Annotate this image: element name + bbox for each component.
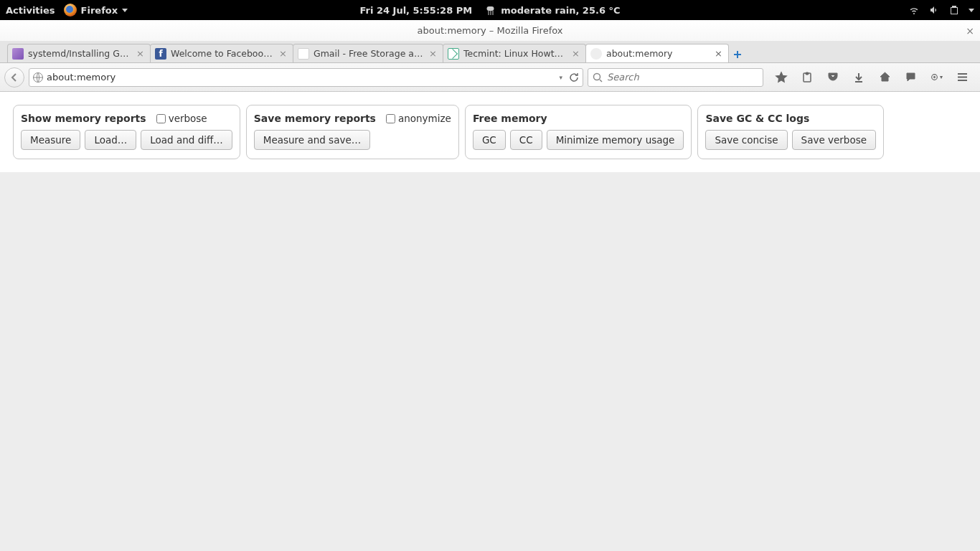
tab-tecmint[interactable]: Tecmint: Linux Howt… × [443,44,586,62]
nav-toolbar: ▾ ▾ [0,63,980,92]
bookmark-star-icon[interactable] [775,71,788,84]
app-menu-button[interactable]: Firefox [64,4,128,17]
svg-rect-3 [806,72,809,75]
new-tab-button[interactable] [728,47,747,62]
window-close-button[interactable]: × [966,25,974,37]
activities-button[interactable]: Activities [6,5,55,16]
save-verbose-button[interactable]: Save verbose [792,130,876,150]
cc-button[interactable]: CC [510,130,542,150]
search-icon [593,72,603,83]
wifi-icon[interactable] [908,4,920,16]
tab-close-button[interactable]: × [715,48,722,59]
svg-point-5 [933,76,935,77]
tab-label: Gmail - Free Storage and… [314,48,425,59]
chat-icon[interactable] [904,71,917,84]
firefox-icon [64,4,77,17]
tecmint-favicon-icon [448,48,459,60]
firefox-window: about:memory – Mozilla Firefox × systemd… [0,20,980,172]
search-bar[interactable] [588,68,763,87]
reload-button[interactable] [568,72,580,83]
window-titlebar: about:memory – Mozilla Firefox × [0,20,980,42]
measure-and-save-button[interactable]: Measure and save… [254,130,370,150]
app-menu-label: Firefox [81,5,118,16]
tab-label: systemd/Installing G… [28,48,132,59]
panel-title: Free memory [473,113,547,124]
checkbox-text: anonymize [398,113,451,124]
tab-facebook[interactable]: Welcome to Faceboo… × [150,44,293,62]
panel-title: Show memory reports [21,113,146,124]
anonymize-checkbox-label[interactable]: anonymize [386,113,451,124]
clipboard-icon[interactable] [801,71,814,84]
menu-icon[interactable] [956,71,969,84]
gmail-favicon-icon [298,48,309,60]
tab-label: Tecmint: Linux Howt… [463,48,567,59]
save-concise-button[interactable]: Save concise [705,130,787,150]
panel-title: Save memory reports [254,113,376,124]
tab-label: about:memory [606,48,710,59]
window-title: about:memory – Mozilla Firefox [418,25,563,36]
system-menu-icon[interactable] [969,9,974,12]
facebook-favicon-icon [155,48,166,60]
load-button[interactable]: Load… [85,130,136,150]
url-input[interactable] [47,72,553,83]
save-gc-cc-logs-panel: Save GC & CC logs Save concise Save verb… [697,105,884,159]
weather-indicator[interactable]: moderate rain, 25.6 °C [485,4,620,16]
addon-icon[interactable]: ▾ [930,71,943,84]
measure-button[interactable]: Measure [21,130,80,150]
verbose-checkbox[interactable] [156,114,166,123]
url-bar[interactable]: ▾ [29,68,583,87]
pocket-icon[interactable] [826,71,839,84]
tab-close-button[interactable]: × [136,48,144,59]
rain-icon [485,4,496,16]
home-icon[interactable] [878,71,891,84]
tab-label: Welcome to Faceboo… [171,48,275,59]
tab-close-button[interactable]: × [429,48,437,59]
gc-button[interactable]: GC [473,130,506,150]
svg-point-1 [594,73,600,80]
tab-close-button[interactable]: × [279,48,287,59]
minimize-memory-button[interactable]: Minimize memory usage [547,130,684,150]
free-memory-panel: Free memory GC CC Minimize memory usage [465,105,692,159]
about-memory-page: Show memory reports verbose Measure Load… [0,92,980,172]
toolbar-icons: ▾ [768,71,976,84]
systemd-favicon-icon [12,48,24,60]
volume-icon[interactable] [928,4,940,16]
load-and-diff-button[interactable]: Load and diff… [141,130,232,150]
verbose-checkbox-label[interactable]: verbose [156,113,207,124]
save-memory-reports-panel: Save memory reports anonymize Measure an… [246,105,459,159]
tab-strip: systemd/Installing G… × Welcome to Faceb… [0,42,980,63]
panel-title: Save GC & CC logs [705,113,809,124]
back-button[interactable] [4,67,24,88]
downloads-icon[interactable] [852,71,865,84]
chevron-down-icon [122,9,128,12]
search-input[interactable] [607,72,758,83]
tab-systemd[interactable]: systemd/Installing G… × [7,44,151,62]
weather-text: moderate rain, 25.6 °C [501,5,620,16]
tab-close-button[interactable]: × [572,48,580,59]
gnome-top-panel: Activities Firefox Fri 24 Jul, 5:55:28 P… [0,0,980,20]
globe-icon [32,72,44,83]
urlbar-dropdown-icon[interactable]: ▾ [556,74,565,81]
tab-gmail[interactable]: Gmail - Free Storage and… × [293,44,443,62]
checkbox-text: verbose [169,113,207,124]
show-memory-reports-panel: Show memory reports verbose Measure Load… [13,105,240,159]
blank-favicon-icon [590,48,602,60]
anonymize-checkbox[interactable] [386,114,395,123]
battery-icon[interactable] [948,4,960,16]
clock[interactable]: Fri 24 Jul, 5:55:28 PM [359,5,472,16]
tab-about-memory[interactable]: about:memory × [585,44,729,62]
